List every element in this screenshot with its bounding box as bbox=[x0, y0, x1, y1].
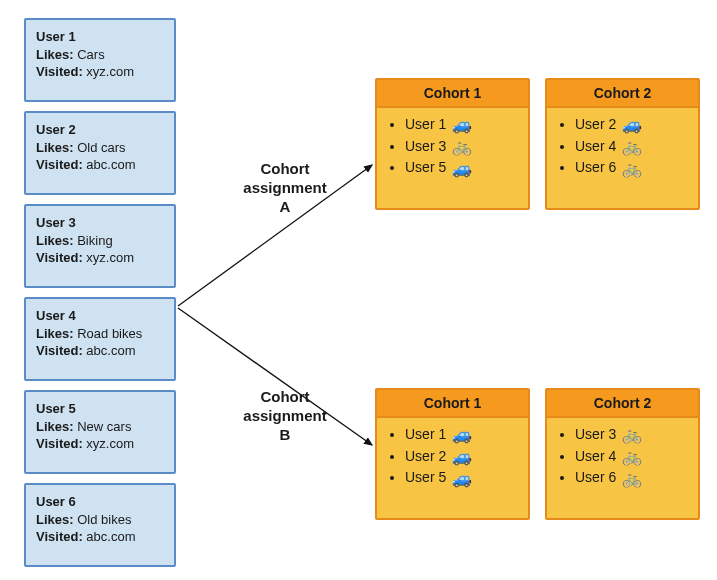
assignment-a-line3: A bbox=[225, 198, 345, 217]
assignment-b-line2: assignment bbox=[225, 407, 345, 426]
user-visited-row: Visited: abc.com bbox=[36, 528, 164, 546]
cohort-item: User 4 🚲 bbox=[575, 136, 688, 158]
likes-value: Old cars bbox=[77, 140, 125, 155]
cohort-item-label: User 2 bbox=[405, 448, 446, 464]
likes-label: Likes: bbox=[36, 47, 74, 62]
diagram-stage: User 1 Likes: Cars Visited: xyz.com User… bbox=[0, 0, 717, 580]
user-name: User 1 bbox=[36, 28, 164, 46]
likes-value: Road bikes bbox=[77, 326, 142, 341]
visited-label: Visited: bbox=[36, 436, 83, 451]
cohort-item-label: User 2 bbox=[575, 116, 616, 132]
assignment-b-line1: Cohort bbox=[225, 388, 345, 407]
cohort-b1-body: User 1 🚙 User 2 🚙 User 5 🚙 bbox=[377, 418, 528, 495]
car-icon: 🚙 bbox=[452, 471, 472, 487]
visited-value: abc.com bbox=[86, 157, 135, 172]
user-card-4: User 4 Likes: Road bikes Visited: abc.co… bbox=[24, 297, 176, 381]
bike-icon: 🚲 bbox=[622, 471, 642, 487]
cohort-item: User 1 🚙 bbox=[405, 424, 518, 446]
visited-value: xyz.com bbox=[86, 64, 134, 79]
likes-label: Likes: bbox=[36, 512, 74, 527]
cohort-item-label: User 4 bbox=[575, 448, 616, 464]
visited-value: xyz.com bbox=[86, 250, 134, 265]
bike-icon: 🚲 bbox=[622, 161, 642, 177]
cohort-item: User 3 🚲 bbox=[405, 136, 518, 158]
visited-label: Visited: bbox=[36, 250, 83, 265]
user-name: User 6 bbox=[36, 493, 164, 511]
user-name: User 4 bbox=[36, 307, 164, 325]
cohort-a1: Cohort 1 User 1 🚙 User 3 🚲 User 5 🚙 bbox=[375, 78, 530, 210]
user-card-5: User 5 Likes: New cars Visited: xyz.com bbox=[24, 390, 176, 474]
user-likes-row: Likes: Cars bbox=[36, 46, 164, 64]
user-visited-row: Visited: xyz.com bbox=[36, 435, 164, 453]
cohort-b2-title: Cohort 2 bbox=[547, 390, 698, 418]
cohort-item: User 3 🚲 bbox=[575, 424, 688, 446]
car-icon: 🚙 bbox=[452, 449, 472, 465]
user-likes-row: Likes: Road bikes bbox=[36, 325, 164, 343]
user-name: User 2 bbox=[36, 121, 164, 139]
user-likes-row: Likes: Biking bbox=[36, 232, 164, 250]
cohort-a2-body: User 2 🚙 User 4 🚲 User 6 🚲 bbox=[547, 108, 698, 185]
assignment-a-line1: Cohort bbox=[225, 160, 345, 179]
cohort-item-label: User 3 bbox=[575, 426, 616, 442]
assignment-b-line3: B bbox=[225, 426, 345, 445]
bike-icon: 🚲 bbox=[622, 449, 642, 465]
user-visited-row: Visited: xyz.com bbox=[36, 63, 164, 81]
car-icon: 🚙 bbox=[452, 117, 472, 133]
bike-icon: 🚲 bbox=[622, 139, 642, 155]
cohort-item: User 1 🚙 bbox=[405, 114, 518, 136]
cohort-item: User 4 🚲 bbox=[575, 446, 688, 468]
car-icon: 🚙 bbox=[622, 117, 642, 133]
likes-label: Likes: bbox=[36, 140, 74, 155]
cohort-item: User 6 🚲 bbox=[575, 157, 688, 179]
car-icon: 🚙 bbox=[452, 161, 472, 177]
users-column: User 1 Likes: Cars Visited: xyz.com User… bbox=[24, 18, 176, 576]
user-likes-row: Likes: Old bikes bbox=[36, 511, 164, 529]
cohort-item: User 6 🚲 bbox=[575, 467, 688, 489]
user-likes-row: Likes: New cars bbox=[36, 418, 164, 436]
cohort-item-label: User 1 bbox=[405, 426, 446, 442]
cohort-a1-title: Cohort 1 bbox=[377, 80, 528, 108]
cohort-b2-body: User 3 🚲 User 4 🚲 User 6 🚲 bbox=[547, 418, 698, 495]
cohort-item: User 2 🚙 bbox=[575, 114, 688, 136]
car-icon: 🚙 bbox=[452, 427, 472, 443]
user-visited-row: Visited: abc.com bbox=[36, 342, 164, 360]
user-visited-row: Visited: xyz.com bbox=[36, 249, 164, 267]
visited-label: Visited: bbox=[36, 529, 83, 544]
likes-label: Likes: bbox=[36, 233, 74, 248]
cohort-b2: Cohort 2 User 3 🚲 User 4 🚲 User 6 🚲 bbox=[545, 388, 700, 520]
cohort-item-label: User 3 bbox=[405, 138, 446, 154]
visited-label: Visited: bbox=[36, 343, 83, 358]
cohort-item: User 5 🚙 bbox=[405, 157, 518, 179]
cohort-item-label: User 5 bbox=[405, 469, 446, 485]
cohort-item-label: User 6 bbox=[575, 159, 616, 175]
user-card-2: User 2 Likes: Old cars Visited: abc.com bbox=[24, 111, 176, 195]
cohort-item: User 5 🚙 bbox=[405, 467, 518, 489]
bike-icon: 🚲 bbox=[622, 427, 642, 443]
visited-value: xyz.com bbox=[86, 436, 134, 451]
likes-label: Likes: bbox=[36, 326, 74, 341]
likes-value: Old bikes bbox=[77, 512, 131, 527]
cohort-item-label: User 1 bbox=[405, 116, 446, 132]
cohort-b1: Cohort 1 User 1 🚙 User 2 🚙 User 5 🚙 bbox=[375, 388, 530, 520]
visited-label: Visited: bbox=[36, 64, 83, 79]
user-card-6: User 6 Likes: Old bikes Visited: abc.com bbox=[24, 483, 176, 567]
cohort-a1-body: User 1 🚙 User 3 🚲 User 5 🚙 bbox=[377, 108, 528, 185]
likes-label: Likes: bbox=[36, 419, 74, 434]
user-name: User 5 bbox=[36, 400, 164, 418]
bike-icon: 🚲 bbox=[452, 139, 472, 155]
user-visited-row: Visited: abc.com bbox=[36, 156, 164, 174]
likes-value: Cars bbox=[77, 47, 104, 62]
cohort-b1-title: Cohort 1 bbox=[377, 390, 528, 418]
visited-label: Visited: bbox=[36, 157, 83, 172]
assignment-label-b: Cohort assignment B bbox=[225, 388, 345, 444]
user-name: User 3 bbox=[36, 214, 164, 232]
user-card-3: User 3 Likes: Biking Visited: xyz.com bbox=[24, 204, 176, 288]
cohort-item-label: User 6 bbox=[575, 469, 616, 485]
cohort-a2-title: Cohort 2 bbox=[547, 80, 698, 108]
visited-value: abc.com bbox=[86, 529, 135, 544]
assignment-a-line2: assignment bbox=[225, 179, 345, 198]
cohort-item-label: User 4 bbox=[575, 138, 616, 154]
cohort-a2: Cohort 2 User 2 🚙 User 4 🚲 User 6 🚲 bbox=[545, 78, 700, 210]
assignment-label-a: Cohort assignment A bbox=[225, 160, 345, 216]
user-card-1: User 1 Likes: Cars Visited: xyz.com bbox=[24, 18, 176, 102]
